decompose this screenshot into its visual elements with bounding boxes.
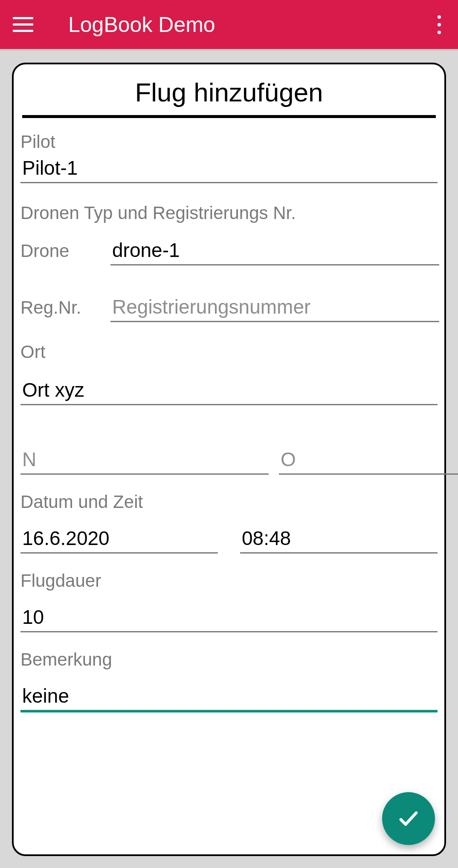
drone-section-label: Dronen Typ und Registrierungs Nr. — [19, 201, 439, 223]
duration-label: Flugdauer — [19, 569, 439, 591]
regnr-input[interactable] — [110, 291, 439, 322]
remark-label: Bemerkung — [19, 648, 439, 670]
date-input[interactable] — [20, 522, 218, 554]
ort-label: Ort — [19, 340, 439, 362]
check-icon — [397, 807, 420, 830]
duration-input[interactable] — [20, 601, 438, 632]
east-input[interactable] — [279, 444, 458, 475]
ort-input[interactable] — [20, 374, 438, 405]
north-input[interactable] — [20, 444, 269, 475]
menu-icon[interactable] — [13, 12, 38, 37]
pilot-input[interactable] — [20, 152, 438, 183]
datetime-label: Datum und Zeit — [19, 490, 439, 512]
overflow-icon[interactable] — [438, 15, 441, 34]
add-flight-card: Flug hinzufügen Pilot Dronen Typ und Reg… — [12, 63, 446, 856]
appbar-divider — [0, 49, 458, 51]
drone-label: Drone — [19, 241, 93, 265]
app-title: LogBook Demo — [68, 12, 215, 37]
save-fab[interactable] — [382, 792, 435, 845]
drone-input[interactable] — [110, 234, 439, 265]
pilot-label: Pilot — [19, 130, 439, 152]
page-title: Flug hinzufügen — [22, 77, 436, 118]
remark-input[interactable] — [20, 680, 438, 712]
time-input[interactable] — [240, 522, 438, 554]
regnr-label: Reg.Nr. — [19, 297, 93, 322]
